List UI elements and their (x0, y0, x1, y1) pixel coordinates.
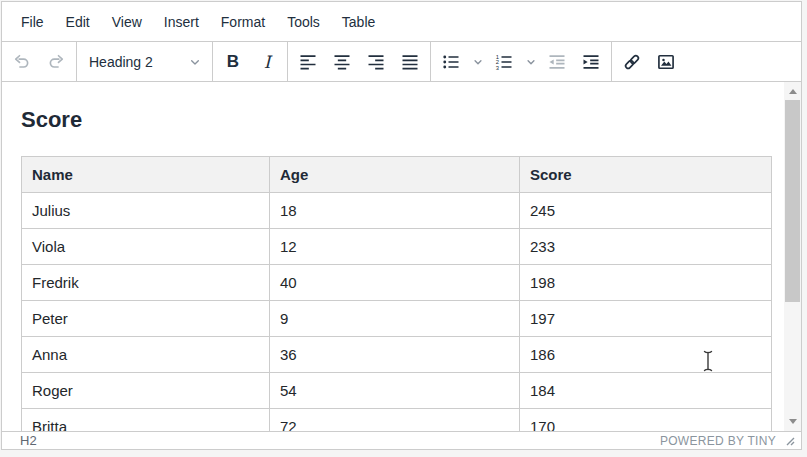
table-header-row: Name Age Score (22, 157, 772, 193)
outdent-icon (547, 52, 567, 72)
justify-icon (400, 52, 420, 72)
menu-insert[interactable]: Insert (153, 9, 210, 35)
editor-content-area[interactable]: Score Name Age Score Julius 18 245 Viola (2, 82, 801, 431)
align-right-button[interactable] (359, 42, 393, 81)
align-right-icon (366, 52, 386, 72)
chevron-down-icon (471, 55, 485, 69)
align-left-button[interactable] (291, 42, 325, 81)
cell-name[interactable]: Britta (22, 409, 270, 432)
undo-button[interactable] (5, 42, 39, 81)
scroll-down-button[interactable] (784, 413, 801, 430)
chevron-down-icon (524, 55, 538, 69)
bullet-list-button[interactable] (434, 42, 468, 81)
menu-file[interactable]: File (10, 9, 55, 35)
column-header-name[interactable]: Name (22, 157, 270, 193)
menu-edit[interactable]: Edit (55, 9, 101, 35)
cell-score[interactable]: 198 (520, 265, 772, 301)
scroll-up-button[interactable] (784, 83, 801, 100)
style-format-value: Heading 2 (89, 54, 153, 70)
redo-icon (46, 52, 66, 72)
chevron-down-icon (187, 54, 203, 70)
document-heading[interactable]: Score (21, 106, 801, 134)
align-left-icon (298, 52, 318, 72)
cell-age[interactable]: 40 (270, 265, 520, 301)
numbered-list-options-button[interactable] (521, 42, 540, 81)
justify-button[interactable] (393, 42, 427, 81)
rich-text-editor: File Edit View Insert Format Tools Table (1, 1, 802, 450)
indent-icon (581, 52, 601, 72)
cell-age[interactable]: 36 (270, 337, 520, 373)
menu-bar: File Edit View Insert Format Tools Table (2, 2, 801, 42)
triangle-down-icon (789, 419, 797, 424)
column-header-age[interactable]: Age (270, 157, 520, 193)
cell-age[interactable]: 9 (270, 301, 520, 337)
cell-name[interactable]: Peter (22, 301, 270, 337)
cell-name[interactable]: Fredrik (22, 265, 270, 301)
indent-button[interactable] (574, 42, 608, 81)
insert-image-button[interactable] (649, 42, 683, 81)
table-row: Julius 18 245 (22, 193, 772, 229)
numbered-list-icon: 1 2 3 (494, 52, 514, 72)
menu-format[interactable]: Format (210, 9, 276, 35)
scrollbar-thumb[interactable] (785, 100, 800, 302)
undo-icon (12, 52, 32, 72)
redo-button[interactable] (39, 42, 73, 81)
italic-icon: I (264, 52, 271, 72)
column-header-score[interactable]: Score (520, 157, 772, 193)
bullet-list-icon (441, 52, 461, 72)
cell-age[interactable]: 54 (270, 373, 520, 409)
cell-score[interactable]: 245 (520, 193, 772, 229)
cell-name[interactable]: Julius (22, 193, 270, 229)
menu-tools[interactable]: Tools (276, 9, 331, 35)
cell-name[interactable]: Anna (22, 337, 270, 373)
status-bar: H2 POWERED BY TINY (2, 431, 801, 449)
cell-age[interactable]: 12 (270, 229, 520, 265)
vertical-scrollbar[interactable] (784, 82, 801, 431)
triangle-up-icon (789, 89, 797, 94)
outdent-button[interactable] (540, 42, 574, 81)
menu-table[interactable]: Table (331, 9, 386, 35)
align-center-button[interactable] (325, 42, 359, 81)
cell-name[interactable]: Viola (22, 229, 270, 265)
cell-age[interactable]: 18 (270, 193, 520, 229)
link-icon (622, 52, 642, 72)
bold-button[interactable]: B (216, 42, 250, 81)
cell-score[interactable]: 170 (520, 409, 772, 432)
italic-button[interactable]: I (250, 42, 284, 81)
cell-age[interactable]: 72 (270, 409, 520, 432)
table-row: Peter 9 197 (22, 301, 772, 337)
toolbar: Heading 2 B I (2, 42, 801, 82)
element-path[interactable]: H2 (20, 433, 37, 448)
data-table: Name Age Score Julius 18 245 Viola 12 23… (21, 156, 772, 431)
table-row: Anna 36 186 (22, 337, 772, 373)
cell-name[interactable]: Roger (22, 373, 270, 409)
resize-handle[interactable] (784, 435, 795, 446)
numbered-list-button[interactable]: 1 2 3 (487, 42, 521, 81)
table-row: Fredrik 40 198 (22, 265, 772, 301)
bullet-list-options-button[interactable] (468, 42, 487, 81)
cell-score[interactable]: 197 (520, 301, 772, 337)
svg-text:3: 3 (496, 64, 499, 70)
table-row: Britta 72 170 (22, 409, 772, 432)
insert-link-button[interactable] (615, 42, 649, 81)
cell-score[interactable]: 186 (520, 337, 772, 373)
menu-view[interactable]: View (101, 9, 153, 35)
table-row: Roger 54 184 (22, 373, 772, 409)
image-icon (656, 52, 676, 72)
branding-link[interactable]: POWERED BY TINY (660, 434, 776, 448)
bold-icon: B (227, 52, 239, 72)
cell-score[interactable]: 184 (520, 373, 772, 409)
cell-score[interactable]: 233 (520, 229, 772, 265)
style-format-dropdown[interactable]: Heading 2 (77, 42, 212, 81)
align-center-icon (332, 52, 352, 72)
table-row: Viola 12 233 (22, 229, 772, 265)
